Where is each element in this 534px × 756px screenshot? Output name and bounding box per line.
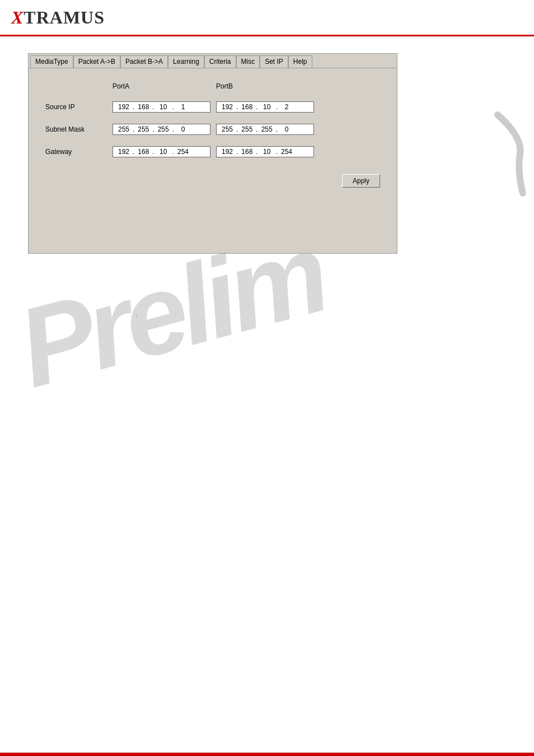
port-a-subnet-o1[interactable]: [115, 125, 132, 133]
port-b-subnet-o1[interactable]: [219, 125, 236, 133]
logo-rest: TRAMUS: [24, 7, 105, 27]
port-b-gw-o3[interactable]: [259, 148, 275, 156]
port-a-subnet-o3[interactable]: [155, 125, 172, 133]
port-a-source-ip-o2[interactable]: [135, 103, 152, 111]
port-b-gw-o2[interactable]: [238, 148, 255, 156]
port-b-gw-o4[interactable]: [278, 148, 295, 156]
port-a-gw-o3[interactable]: [155, 148, 172, 156]
port-a-header: PortA: [113, 82, 216, 90]
tab-bar: MediaType Packet A->B Packet B->A Learni…: [29, 54, 397, 68]
tab-panel-container: MediaType Packet A->B Packet B->A Learni…: [28, 53, 397, 254]
port-b-subnet-mask[interactable]: . . .: [216, 124, 314, 135]
tab-packet-ab[interactable]: Packet A->B: [73, 55, 120, 68]
port-a-gw-o4[interactable]: [175, 148, 191, 156]
port-b-source-ip-o2[interactable]: [238, 103, 255, 111]
comma-mark: ,: [135, 310, 138, 319]
port-a-subnet-o4[interactable]: [175, 125, 191, 133]
subnet-mask-label: Subnet Mask: [45, 125, 107, 133]
source-ip-label: Source IP: [45, 103, 107, 111]
ip-form: PortA PortB Source IP . . .: [45, 82, 380, 188]
tab-help[interactable]: Help: [288, 55, 312, 68]
port-a-gw-o1[interactable]: [115, 148, 132, 156]
port-a-gw-o2[interactable]: [135, 148, 152, 156]
source-ip-row: Source IP . . . . .: [45, 101, 380, 113]
tab-packet-ba[interactable]: Packet B->A: [120, 55, 168, 68]
port-b-gw-o1[interactable]: [219, 148, 236, 156]
logo-x: X: [11, 7, 24, 27]
tab-setip[interactable]: Set IP: [260, 55, 288, 68]
footer-bar: [0, 753, 534, 756]
port-headers: PortA PortB: [113, 82, 380, 90]
tab-misc[interactable]: Misc: [236, 55, 260, 68]
port-a-source-ip-o3[interactable]: [155, 103, 172, 111]
port-b-source-ip-o4[interactable]: [278, 103, 295, 111]
tab-mediatype[interactable]: MediaType: [30, 55, 73, 68]
port-a-source-ip-o4[interactable]: [175, 103, 191, 111]
port-b-source-ip[interactable]: . . .: [216, 101, 314, 113]
header: XTRAMUS: [0, 0, 534, 36]
subnet-mask-row: Subnet Mask . . . . .: [45, 124, 380, 135]
gateway-label: Gateway: [45, 148, 107, 156]
tab-learning[interactable]: Learning: [168, 55, 204, 68]
port-b-gateway[interactable]: . . .: [216, 146, 314, 157]
logo: XTRAMUS: [11, 7, 105, 28]
port-a-source-ip[interactable]: . . .: [113, 101, 210, 113]
swoosh-decoration: [492, 109, 526, 199]
port-b-source-ip-o3[interactable]: [259, 103, 275, 111]
port-b-subnet-o4[interactable]: [278, 125, 295, 133]
main-content: MediaType Packet A->B Packet B->A Learni…: [0, 36, 534, 270]
port-b-header: PortB: [216, 82, 320, 90]
port-a-subnet-mask[interactable]: . . .: [113, 124, 210, 135]
port-b-subnet-o2[interactable]: [238, 125, 255, 133]
port-b-subnet-o3[interactable]: [259, 125, 275, 133]
panel-body: PortA PortB Source IP . . .: [29, 68, 397, 253]
port-b-source-ip-o1[interactable]: [219, 103, 236, 111]
tab-criteria[interactable]: Criteria: [204, 55, 236, 68]
port-a-subnet-o2[interactable]: [135, 125, 152, 133]
button-row: Apply: [45, 174, 380, 188]
port-a-gateway[interactable]: . . .: [113, 146, 210, 157]
apply-button[interactable]: Apply: [342, 174, 380, 188]
gateway-row: Gateway . . . . .: [45, 146, 380, 157]
port-a-source-ip-o1[interactable]: [115, 103, 132, 111]
